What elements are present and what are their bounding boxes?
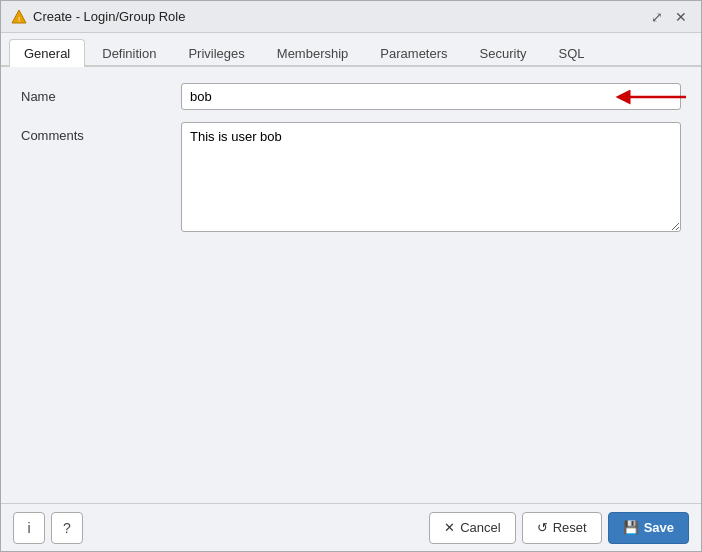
cancel-label: Cancel <box>460 520 500 535</box>
svg-text:!: ! <box>18 15 20 24</box>
question-icon: ? <box>63 520 71 536</box>
comments-label: Comments <box>21 122 181 143</box>
save-label: Save <box>644 520 674 535</box>
arrow-annotation <box>611 87 691 107</box>
reset-icon: ↺ <box>537 520 548 535</box>
save-button[interactable]: 💾 Save <box>608 512 689 544</box>
app-icon: ! <box>11 9 27 25</box>
footer-left: i ? <box>13 512 83 544</box>
name-field-container <box>181 83 681 110</box>
expand-button[interactable]: ⤢ <box>647 8 667 26</box>
footer: i ? ✕ Cancel ↺ Reset 💾 Save <box>1 503 701 551</box>
dialog-container: ! Create - Login/Group Role ⤢ ✕ General … <box>0 0 702 552</box>
tab-sql[interactable]: SQL <box>544 39 600 67</box>
tab-security[interactable]: Security <box>465 39 542 67</box>
cancel-icon: ✕ <box>444 520 455 535</box>
footer-right: ✕ Cancel ↺ Reset 💾 Save <box>429 512 689 544</box>
tab-membership[interactable]: Membership <box>262 39 364 67</box>
save-icon: 💾 <box>623 520 639 535</box>
comments-row: Comments This is user bob <box>21 122 681 235</box>
title-buttons: ⤢ ✕ <box>647 8 691 26</box>
name-row: Name <box>21 83 681 110</box>
tab-bar: General Definition Privileges Membership… <box>1 33 701 67</box>
tab-definition[interactable]: Definition <box>87 39 171 67</box>
cancel-button[interactable]: ✕ Cancel <box>429 512 515 544</box>
tab-general[interactable]: General <box>9 39 85 67</box>
title-bar-left: ! Create - Login/Group Role <box>11 9 185 25</box>
help-button[interactable]: ? <box>51 512 83 544</box>
name-input-wrapper <box>181 83 681 110</box>
info-icon: i <box>27 520 30 536</box>
close-button[interactable]: ✕ <box>671 8 691 26</box>
comments-textarea[interactable]: This is user bob <box>181 122 681 232</box>
reset-label: Reset <box>553 520 587 535</box>
name-input[interactable] <box>181 83 681 110</box>
reset-button[interactable]: ↺ Reset <box>522 512 602 544</box>
name-label: Name <box>21 83 181 104</box>
tab-parameters[interactable]: Parameters <box>365 39 462 67</box>
info-button[interactable]: i <box>13 512 45 544</box>
dialog-title: Create - Login/Group Role <box>33 9 185 24</box>
title-bar: ! Create - Login/Group Role ⤢ ✕ <box>1 1 701 33</box>
content-area: Name Comments <box>1 67 701 503</box>
tab-privileges[interactable]: Privileges <box>173 39 259 67</box>
comments-field-container: This is user bob <box>181 122 681 235</box>
